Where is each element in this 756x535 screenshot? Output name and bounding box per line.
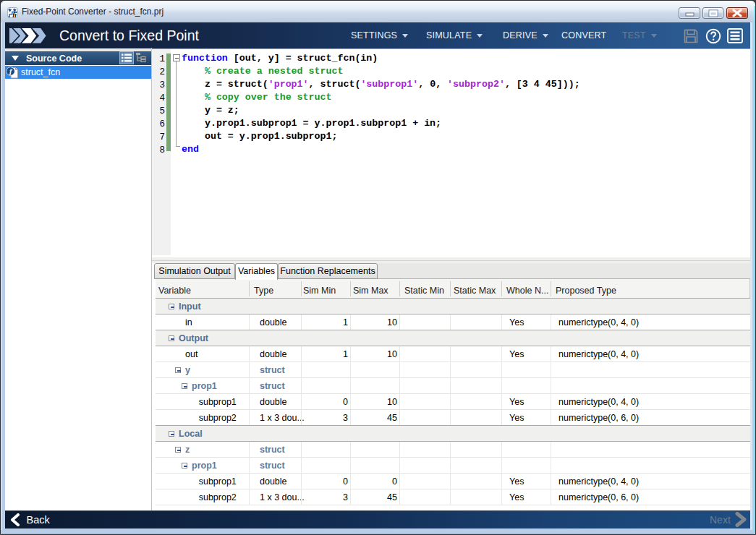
svg-text:fi: fi	[12, 12, 17, 18]
